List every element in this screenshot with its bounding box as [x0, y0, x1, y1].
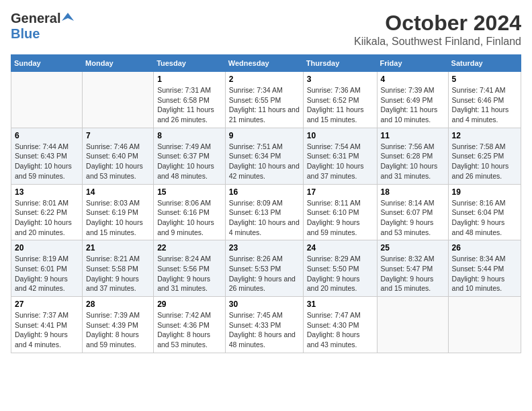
day-info: Sunrise: 7:45 AMSunset: 4:33 PMDaylight:…	[229, 310, 300, 350]
calendar-week-row: 20Sunrise: 8:19 AMSunset: 6:01 PMDayligh…	[11, 240, 521, 297]
day-info: Sunrise: 8:06 AMSunset: 6:16 PMDaylight:…	[157, 198, 222, 238]
day-info: Sunrise: 8:09 AMSunset: 6:13 PMDaylight:…	[229, 198, 300, 238]
calendar-cell: 20Sunrise: 8:19 AMSunset: 6:01 PMDayligh…	[11, 240, 83, 297]
day-number: 16	[229, 187, 300, 197]
calendar-cell: 14Sunrise: 8:03 AMSunset: 6:19 PMDayligh…	[83, 184, 154, 240]
day-number: 30	[229, 300, 300, 309]
calendar-cell: 12Sunrise: 7:58 AMSunset: 6:25 PMDayligh…	[448, 128, 521, 184]
title-section: October 2024 Kiikala, Southwest Finland,…	[354, 11, 521, 48]
calendar-cell: 11Sunrise: 7:56 AMSunset: 6:28 PMDayligh…	[377, 128, 448, 184]
calendar-week-row: 13Sunrise: 8:01 AMSunset: 6:22 PMDayligh…	[11, 184, 521, 240]
day-info: Sunrise: 8:19 AMSunset: 6:01 PMDaylight:…	[15, 254, 79, 293]
day-number: 11	[381, 131, 445, 140]
calendar-cell: 19Sunrise: 8:16 AMSunset: 6:04 PMDayligh…	[448, 184, 521, 240]
calendar-day-header: Monday	[83, 55, 154, 72]
calendar-cell	[377, 297, 448, 353]
day-info: Sunrise: 7:36 AMSunset: 6:52 PMDaylight:…	[307, 85, 373, 125]
day-info: Sunrise: 7:41 AMSunset: 6:46 PMDaylight:…	[452, 85, 517, 125]
day-number: 27	[15, 300, 79, 309]
day-info: Sunrise: 7:51 AMSunset: 6:34 PMDaylight:…	[229, 142, 300, 181]
day-info: Sunrise: 8:21 AMSunset: 5:58 PMDaylight:…	[86, 254, 150, 293]
day-info: Sunrise: 7:54 AMSunset: 6:31 PMDaylight:…	[307, 142, 373, 181]
calendar-cell: 23Sunrise: 8:26 AMSunset: 5:53 PMDayligh…	[225, 240, 303, 297]
day-info: Sunrise: 7:31 AMSunset: 6:58 PMDaylight:…	[157, 85, 222, 125]
day-number: 31	[307, 300, 373, 309]
calendar-cell: 18Sunrise: 8:14 AMSunset: 6:07 PMDayligh…	[377, 184, 448, 240]
calendar-cell: 3Sunrise: 7:36 AMSunset: 6:52 PMDaylight…	[303, 72, 377, 128]
calendar-cell: 2Sunrise: 7:34 AMSunset: 6:55 PMDaylight…	[225, 72, 303, 128]
calendar-day-header: Friday	[377, 55, 448, 72]
calendar-cell: 4Sunrise: 7:39 AMSunset: 6:49 PMDaylight…	[377, 72, 448, 128]
day-info: Sunrise: 7:42 AMSunset: 4:36 PMDaylight:…	[157, 310, 222, 350]
day-number: 18	[381, 187, 445, 197]
day-number: 4	[381, 75, 445, 84]
calendar-cell: 6Sunrise: 7:44 AMSunset: 6:43 PMDaylight…	[11, 128, 83, 184]
calendar-day-header: Tuesday	[154, 55, 226, 72]
day-number: 9	[229, 131, 300, 140]
logo: General Blue	[11, 11, 74, 42]
calendar-cell: 29Sunrise: 7:42 AMSunset: 4:36 PMDayligh…	[154, 297, 226, 353]
calendar-cell: 10Sunrise: 7:54 AMSunset: 6:31 PMDayligh…	[303, 128, 377, 184]
calendar-week-row: 1Sunrise: 7:31 AMSunset: 6:58 PMDaylight…	[11, 72, 521, 128]
day-number: 10	[307, 131, 373, 140]
day-number: 24	[307, 243, 373, 253]
day-number: 2	[229, 75, 300, 84]
day-info: Sunrise: 7:39 AMSunset: 6:49 PMDaylight:…	[381, 85, 445, 125]
calendar-day-header: Wednesday	[225, 55, 303, 72]
calendar-week-row: 6Sunrise: 7:44 AMSunset: 6:43 PMDaylight…	[11, 128, 521, 184]
calendar-cell: 26Sunrise: 8:34 AMSunset: 5:44 PMDayligh…	[448, 240, 521, 297]
calendar-cell: 13Sunrise: 8:01 AMSunset: 6:22 PMDayligh…	[11, 184, 83, 240]
day-number: 5	[452, 75, 517, 84]
day-number: 26	[452, 243, 517, 253]
location-title: Kiikala, Southwest Finland, Finland	[354, 36, 521, 48]
day-info: Sunrise: 7:56 AMSunset: 6:28 PMDaylight:…	[381, 142, 445, 181]
day-info: Sunrise: 7:34 AMSunset: 6:55 PMDaylight:…	[229, 85, 300, 125]
calendar-cell: 9Sunrise: 7:51 AMSunset: 6:34 PMDaylight…	[225, 128, 303, 184]
day-info: Sunrise: 8:01 AMSunset: 6:22 PMDaylight:…	[15, 198, 79, 238]
day-number: 28	[86, 300, 150, 309]
calendar-cell: 30Sunrise: 7:45 AMSunset: 4:33 PMDayligh…	[225, 297, 303, 353]
day-number: 1	[157, 75, 222, 84]
day-number: 19	[452, 187, 517, 197]
day-info: Sunrise: 8:32 AMSunset: 5:47 PMDaylight:…	[381, 254, 445, 293]
day-info: Sunrise: 7:39 AMSunset: 4:39 PMDaylight:…	[86, 310, 150, 350]
calendar-cell	[448, 297, 521, 353]
day-number: 3	[307, 75, 373, 84]
day-number: 17	[307, 187, 373, 197]
day-info: Sunrise: 7:47 AMSunset: 4:30 PMDaylight:…	[307, 310, 373, 350]
day-info: Sunrise: 8:11 AMSunset: 6:10 PMDaylight:…	[307, 198, 373, 238]
day-info: Sunrise: 7:58 AMSunset: 6:25 PMDaylight:…	[452, 142, 517, 181]
calendar-cell	[83, 72, 154, 128]
calendar-cell: 24Sunrise: 8:29 AMSunset: 5:50 PMDayligh…	[303, 240, 377, 297]
day-info: Sunrise: 8:03 AMSunset: 6:19 PMDaylight:…	[86, 198, 150, 238]
calendar-cell: 31Sunrise: 7:47 AMSunset: 4:30 PMDayligh…	[303, 297, 377, 353]
day-info: Sunrise: 8:34 AMSunset: 5:44 PMDaylight:…	[452, 254, 517, 293]
calendar-cell: 1Sunrise: 7:31 AMSunset: 6:58 PMDaylight…	[154, 72, 226, 128]
day-info: Sunrise: 7:46 AMSunset: 6:40 PMDaylight:…	[86, 142, 150, 181]
calendar-cell: 27Sunrise: 7:37 AMSunset: 4:41 PMDayligh…	[11, 297, 83, 353]
calendar-cell: 16Sunrise: 8:09 AMSunset: 6:13 PMDayligh…	[225, 184, 303, 240]
logo-bird-icon	[62, 11, 74, 24]
day-info: Sunrise: 8:14 AMSunset: 6:07 PMDaylight:…	[381, 198, 445, 238]
day-number: 20	[15, 243, 79, 253]
calendar-table: SundayMondayTuesdayWednesdayThursdayFrid…	[11, 54, 521, 353]
calendar-day-header: Thursday	[303, 55, 377, 72]
calendar-cell: 28Sunrise: 7:39 AMSunset: 4:39 PMDayligh…	[83, 297, 154, 353]
calendar-cell: 8Sunrise: 7:49 AMSunset: 6:37 PMDaylight…	[154, 128, 226, 184]
day-number: 22	[157, 243, 222, 253]
month-title: October 2024	[354, 11, 521, 36]
calendar-cell: 7Sunrise: 7:46 AMSunset: 6:40 PMDaylight…	[83, 128, 154, 184]
day-number: 6	[15, 131, 79, 140]
calendar-day-header: Sunday	[11, 55, 83, 72]
day-info: Sunrise: 7:37 AMSunset: 4:41 PMDaylight:…	[15, 310, 79, 350]
calendar-cell: 22Sunrise: 8:24 AMSunset: 5:56 PMDayligh…	[154, 240, 226, 297]
calendar-week-row: 27Sunrise: 7:37 AMSunset: 4:41 PMDayligh…	[11, 297, 521, 353]
day-info: Sunrise: 8:26 AMSunset: 5:53 PMDaylight:…	[229, 254, 300, 293]
calendar-cell: 21Sunrise: 8:21 AMSunset: 5:58 PMDayligh…	[83, 240, 154, 297]
day-info: Sunrise: 8:29 AMSunset: 5:50 PMDaylight:…	[307, 254, 373, 293]
day-number: 25	[381, 243, 445, 253]
calendar-header-row: SundayMondayTuesdayWednesdayThursdayFrid…	[11, 55, 521, 72]
day-number: 15	[157, 187, 222, 197]
page-header: General Blue October 2024 Kiikala, South…	[11, 11, 521, 48]
day-number: 13	[15, 187, 79, 197]
